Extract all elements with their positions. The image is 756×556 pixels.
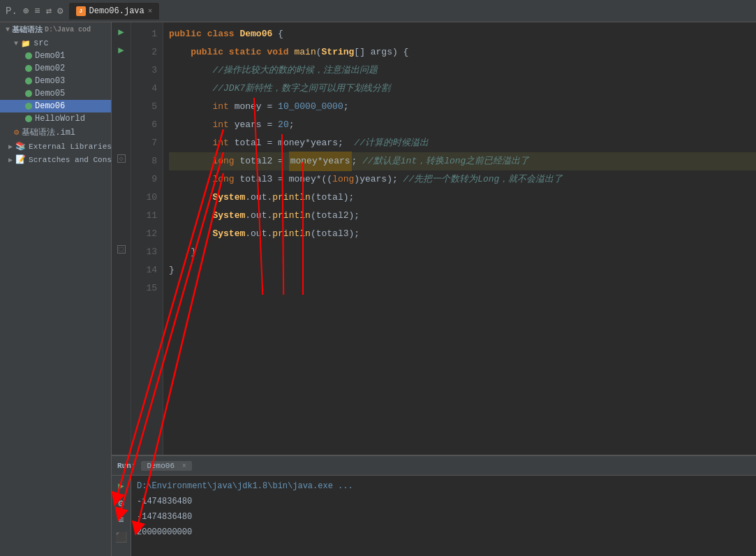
run-icon-2[interactable]: ▶ [118, 44, 124, 56]
sidebar-item-demo02[interactable]: Demo02 [0, 62, 111, 75]
code-line-9: long total3 = money*((long)years); //先把一… [169, 170, 756, 189]
run-play-btn[interactable]: ▶ [117, 478, 125, 493]
gutter-line-7 [112, 131, 131, 149]
run-list-btn[interactable]: ≡ [117, 513, 125, 527]
external-label: External Libraries [29, 142, 112, 151]
tab-close-icon[interactable]: × [148, 7, 153, 15]
sidebar-item-helloworld[interactable]: HelloWorld [0, 112, 111, 125]
item-label: Demo05 [35, 89, 65, 98]
chevron-right-icon: ▶ [8, 156, 13, 164]
top-toolbar: P. ⊕ ≡ ⇄ ⚙ J Demo06.java × [0, 0, 756, 22]
sidebar-item-demo03[interactable]: Demo03 [0, 75, 111, 87]
run-panel: Run: Demo06 × ▶ ⚙ ≡ ⬛ D:\Environment\jav… [112, 455, 756, 556]
code-line-1: public class Demo06 { [169, 25, 756, 43]
toolbar-sync-icon[interactable]: ⇄ [46, 5, 52, 17]
root-label: 基础语法 [12, 24, 43, 35]
code-line-11: System.out.println(total2); [169, 207, 756, 225]
scratches-icon: 📝 [15, 154, 26, 165]
green-dot [25, 115, 32, 122]
sidebar-item-scratches[interactable]: ▶ 📝 Scratches and Consc... [0, 153, 111, 166]
gutter-line-9 [112, 168, 131, 186]
run-output-line-3: 20000000000 [137, 525, 750, 540]
green-dot [25, 78, 32, 85]
chevron-down-icon: ▼ [14, 40, 18, 47]
java-file-icon: J [76, 6, 86, 16]
scratches-label: Scratches and Consc... [29, 156, 112, 164]
run-content: ▶ ⚙ ≡ ⬛ D:\Environment\java\jdk1.8\bin\j… [112, 476, 756, 556]
sidebar-item-demo05[interactable]: Demo05 [0, 87, 111, 100]
sidebar-item-external[interactable]: ▶ 📚 External Libraries [0, 140, 111, 153]
run-label: Run: [117, 462, 135, 470]
tab-demo06[interactable]: J Demo06.java × [69, 3, 160, 20]
code-content: ▶ ▶ ◇ [112, 22, 756, 455]
gutter-line-13: □ [112, 240, 131, 258]
gutter-line-12 [112, 222, 131, 240]
run-output: D:\Environment\java\jdk1.8\bin\java.exe … [131, 476, 756, 556]
run-panel-header: Run: Demo06 × [112, 456, 756, 476]
code-line-8: long total2 = money*years; //默认是int，转换lo… [169, 152, 756, 170]
sidebar-item-iml[interactable]: ⚙ 基础语法.iml [0, 125, 111, 140]
fold-icon-13[interactable]: □ [117, 245, 126, 254]
gutter-line-6 [112, 113, 131, 131]
green-dot [25, 103, 32, 110]
run-output-line-1: -1474836480 [137, 494, 750, 509]
gutter-line-11 [112, 204, 131, 222]
sidebar-src[interactable]: ▼ 📁 src [0, 37, 111, 50]
run-cmd-line: D:\Environment\java\jdk1.8\bin\java.exe … [137, 478, 750, 494]
gutter-line-4 [112, 77, 131, 95]
chevron-down-icon: ▼ [6, 26, 10, 34]
sidebar-root[interactable]: ▼ 基础语法 D:\Java cod [0, 22, 111, 37]
run-output-line-2: -1474836480 [137, 509, 750, 525]
item-label: Demo01 [35, 51, 65, 61]
item-label: Demo02 [35, 64, 65, 73]
root-path: D:\Java cod [45, 26, 91, 34]
toolbar-list-icon[interactable]: ≡ [34, 6, 40, 17]
gutter-line-15 [112, 277, 131, 295]
code-line-12: System.out.println(total3); [169, 225, 756, 243]
gutter-line-5 [112, 95, 131, 113]
code-line-15 [169, 279, 756, 298]
gutter-line-10 [112, 186, 131, 204]
run-tab[interactable]: Demo06 × [141, 461, 191, 471]
code-line-13: } [169, 243, 756, 261]
src-label: src [34, 38, 49, 48]
editor-area: ▶ ▶ ◇ [112, 22, 756, 455]
library-icon: 📚 [15, 141, 26, 152]
green-dot [25, 90, 32, 97]
gutter-line-3 [112, 59, 131, 77]
code-line-5: int money = 10_0000_0000; [169, 98, 756, 116]
run-tab-close[interactable]: × [182, 462, 186, 470]
toolbar-p-icon[interactable]: P. [6, 6, 17, 17]
run-tab-label: Demo06 [147, 462, 175, 470]
iml-label: 基础语法.iml [22, 126, 75, 138]
gutter-line-8: ◇ [112, 149, 131, 168]
tab-label: Demo06.java [89, 6, 144, 16]
tab-bar: J Demo06.java × [69, 3, 160, 20]
iml-icon: ⚙ [14, 127, 19, 138]
code-line-7: int total = money*years; //计算的时候溢出 [169, 134, 756, 152]
green-dot [25, 65, 32, 72]
green-dot [25, 52, 32, 59]
sidebar-item-demo01[interactable]: Demo01 [0, 50, 111, 62]
run-align-btn[interactable]: ⬛ [114, 530, 128, 545]
code-line-3: //操作比较大的数的时候，注意溢出问题 [169, 61, 756, 80]
gutter-line-2: ▶ [112, 41, 131, 59]
main-area: ▼ 基础语法 D:\Java cod ▼ 📁 src Demo01 Demo02… [0, 22, 756, 556]
item-label: HelloWorld [35, 114, 85, 124]
code-line-6: int years = 20; [169, 116, 756, 134]
run-settings-btn[interactable]: ⚙ [117, 496, 125, 511]
toolbar-settings-icon[interactable]: ⚙ [57, 5, 63, 17]
code-lines[interactable]: public class Demo06 { public static void… [163, 22, 756, 455]
toolbar-add-icon[interactable]: ⊕ [23, 5, 29, 17]
gutter-line-1: ▶ [112, 22, 131, 41]
fold-icon-8[interactable]: ◇ [117, 154, 126, 163]
code-line-10: System.out.println(total); [169, 189, 756, 207]
line-numbers-gutter: ▶ ▶ ◇ [112, 22, 163, 455]
run-icon-1[interactable]: ▶ [118, 26, 124, 38]
folder-icon: 📁 [21, 39, 31, 48]
code-line-14: } [169, 261, 756, 279]
item-label: Demo03 [35, 76, 65, 86]
sidebar-item-demo06[interactable]: Demo06 [0, 100, 111, 112]
code-line-4: //JDK7新特性，数字之间可以用下划线分割 [169, 80, 756, 98]
gutter-line-14 [112, 258, 131, 277]
